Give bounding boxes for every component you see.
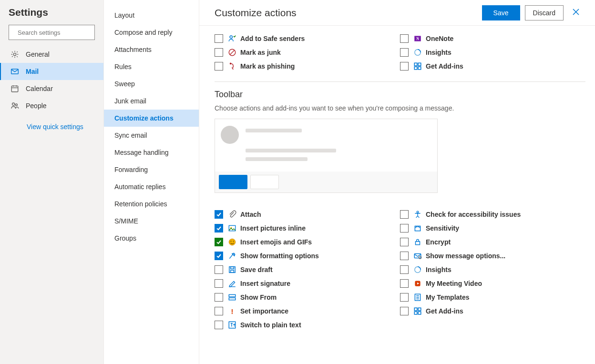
category-label: General [26, 51, 50, 58]
attach-icon [228, 210, 236, 219]
toolbar-option-insert-signature: Insert signature [215, 276, 400, 290]
option-label: Insights [426, 49, 451, 56]
checkbox[interactable] [400, 252, 409, 260]
surface-option-mark-as-junk: Mark as junk [215, 45, 400, 59]
sensitivity-icon [413, 224, 422, 233]
discard-button[interactable]: Discard [525, 5, 564, 20]
category-label: People [26, 102, 47, 110]
option-label: Get Add-ins [426, 62, 463, 70]
checkbox[interactable] [400, 210, 409, 219]
subnav-item-layout[interactable]: Layout [104, 7, 199, 24]
toolbar-option-show-message-options-: Show message options... [400, 249, 585, 263]
msg-options-icon [413, 252, 422, 260]
option-label: Save draft [240, 266, 273, 273]
checkbox[interactable] [215, 48, 223, 57]
option-label: Insert signature [240, 280, 290, 287]
svg-rect-22 [418, 67, 421, 70]
meeting-video-icon [413, 279, 422, 288]
option-label: Mark as phishing [240, 62, 295, 70]
checkbox[interactable] [215, 34, 223, 43]
content-header: Customize actions Save Discard [199, 0, 595, 26]
checkbox[interactable] [215, 238, 223, 246]
category-people[interactable]: People [0, 97, 103, 114]
svg-rect-32 [229, 294, 236, 297]
option-label: Show formatting options [240, 252, 319, 260]
subnav-item-message-handling[interactable]: Message handling [104, 144, 199, 161]
content-area: Customize actions Save Discard Add to Sa… [199, 0, 595, 364]
svg-point-38 [417, 211, 419, 213]
subnav-item-sync-email[interactable]: Sync email [104, 127, 199, 144]
svg-rect-51 [418, 308, 421, 311]
view-quick-settings-link[interactable]: View quick settings [0, 114, 103, 131]
svg-text:!: ! [231, 307, 234, 315]
checkbox[interactable] [215, 279, 223, 288]
search-input-wrapper[interactable] [9, 25, 95, 40]
checkbox[interactable] [400, 279, 409, 288]
people-icon [10, 101, 19, 110]
checkbox[interactable] [215, 224, 223, 233]
checkbox[interactable] [400, 265, 409, 274]
checkbox[interactable] [400, 224, 409, 233]
svg-point-8 [12, 103, 15, 105]
checkbox[interactable] [215, 307, 223, 315]
surface-option-onenote: NOneNote [400, 31, 585, 45]
checkbox[interactable] [215, 252, 223, 260]
category-mail[interactable]: Mail [0, 63, 103, 80]
picture-icon [228, 224, 236, 233]
close-icon[interactable] [572, 8, 580, 18]
subnav-item-customize-actions[interactable]: Customize actions [104, 110, 199, 127]
safe-senders-icon [228, 34, 236, 43]
svg-rect-41 [414, 253, 421, 258]
category-label: Mail [26, 68, 39, 75]
avatar-placeholder [221, 126, 239, 144]
save-button[interactable]: Save [482, 5, 520, 20]
svg-rect-30 [231, 270, 234, 273]
checkbox[interactable] [215, 265, 223, 274]
subnav-item-forwarding[interactable]: Forwarding [104, 161, 199, 178]
checkbox[interactable] [400, 293, 409, 302]
checkbox[interactable] [400, 34, 409, 43]
subnav-item-automatic-replies[interactable]: Automatic replies [104, 178, 199, 195]
emoji-icon [228, 238, 236, 246]
checkbox[interactable] [215, 293, 223, 302]
svg-point-12 [230, 35, 232, 38]
calendar-icon [10, 84, 19, 93]
checkbox[interactable] [400, 48, 409, 57]
phishing-icon [228, 62, 236, 71]
subnav-item-s-mime[interactable]: S/MIME [104, 212, 199, 230]
svg-point-27 [233, 241, 234, 242]
checkbox[interactable] [400, 238, 409, 246]
category-label: Calendar [26, 85, 53, 92]
checkbox[interactable] [215, 62, 223, 71]
settings-title: Settings [0, 0, 103, 22]
settings-sidebar: Settings General Mail [0, 0, 104, 364]
page-title: Customize actions [215, 7, 477, 19]
subnav-item-retention-policies[interactable]: Retention policies [104, 195, 199, 212]
svg-rect-33 [229, 298, 236, 300]
category-general[interactable]: General [0, 46, 103, 63]
toolbar-description: Choose actions and add-ins you want to s… [215, 104, 585, 112]
surface-option-get-add-ins: Get Add-ins [400, 59, 585, 73]
option-label: Sensitivity [426, 224, 459, 232]
checkbox[interactable] [215, 321, 223, 329]
subnav-item-compose-and-reply[interactable]: Compose and reply [104, 24, 199, 41]
toolbar-option-insert-pictures-inline: Insert pictures inline [215, 221, 400, 235]
subnav-item-rules[interactable]: Rules [104, 58, 199, 75]
checkbox[interactable] [400, 307, 409, 315]
checkbox[interactable] [215, 210, 223, 219]
option-label: Insert emojis and GIFs [240, 238, 312, 246]
subnav-item-junk-email[interactable]: Junk email [104, 92, 199, 110]
subnav-item-groups[interactable]: Groups [104, 230, 199, 247]
show-from-icon [228, 293, 236, 302]
svg-rect-28 [229, 266, 235, 272]
option-label: Check for accessibility issues [426, 211, 521, 218]
option-label: My Templates [426, 293, 470, 301]
subnav-item-sweep[interactable]: Sweep [104, 75, 199, 92]
option-label: Add to Safe senders [240, 35, 305, 42]
option-label: Attach [240, 211, 261, 218]
search-input[interactable] [18, 26, 98, 39]
subnav-item-attachments[interactable]: Attachments [104, 41, 199, 58]
category-calendar[interactable]: Calendar [0, 80, 103, 97]
checkbox[interactable] [400, 62, 409, 71]
svg-point-26 [230, 241, 231, 242]
